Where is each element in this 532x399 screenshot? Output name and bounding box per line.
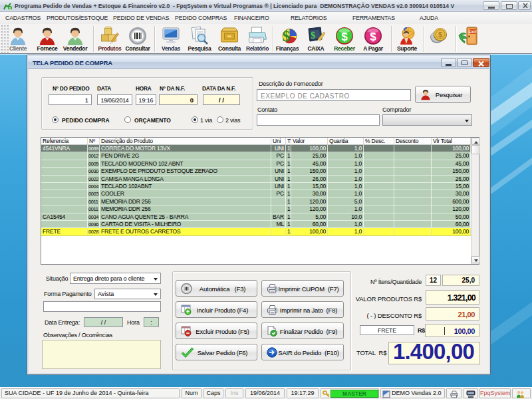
svg-text:$: $	[438, 31, 442, 39]
svg-text:$: $	[341, 31, 348, 43]
svg-text:$: $	[311, 30, 316, 41]
svg-text:$: $	[283, 27, 291, 45]
svg-text:$: $	[370, 31, 376, 43]
svg-text:EXIT: EXIT	[469, 30, 477, 34]
